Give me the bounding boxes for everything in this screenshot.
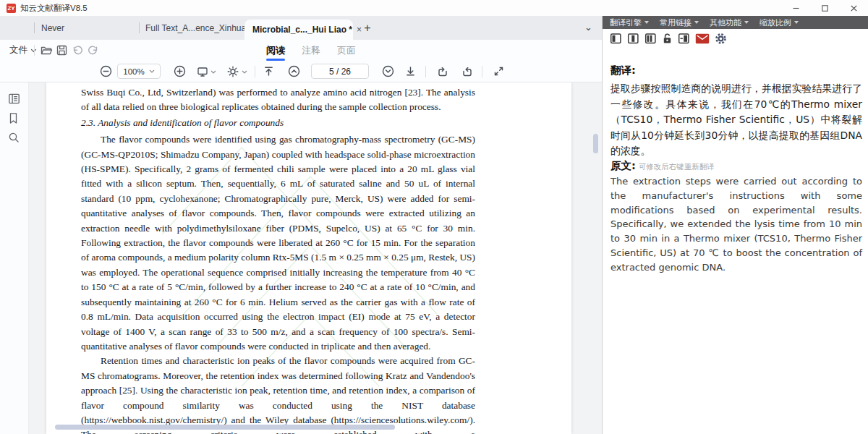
caret-down-icon bbox=[694, 21, 699, 24]
lock-button[interactable] bbox=[662, 33, 673, 45]
tab-bar: Never Full Text_A...ence_Xinhua Microbia… bbox=[0, 16, 602, 40]
layout-middle-button[interactable] bbox=[627, 33, 639, 45]
undo-button[interactable] bbox=[72, 45, 83, 55]
vertical-scrollbar-thumb[interactable] bbox=[593, 134, 598, 153]
page-view-mode-button[interactable] bbox=[197, 67, 208, 77]
previous-page-button[interactable] bbox=[288, 65, 300, 77]
arrow-to-bottom-icon bbox=[405, 66, 416, 77]
tab-label: Microbial_c..._Hui Liao * bbox=[252, 25, 352, 35]
settings-button[interactable] bbox=[715, 33, 727, 45]
original-label-text: 原文: bbox=[610, 160, 636, 171]
paragraph: The flavor compounds were identified usi… bbox=[81, 132, 475, 354]
redo-button[interactable] bbox=[88, 45, 98, 55]
app-logo-icon: ZY bbox=[7, 4, 16, 13]
chevron-down-icon bbox=[149, 69, 155, 73]
layout-horizontal-icon bbox=[678, 33, 690, 45]
tab-list-chevron-icon[interactable]: ⌄ bbox=[584, 22, 592, 33]
menu-other-functions[interactable]: 其他功能 bbox=[710, 17, 749, 28]
menu-common-links[interactable]: 常用链接 bbox=[660, 17, 699, 28]
minimize-button[interactable] bbox=[781, 0, 810, 16]
layout-left-icon bbox=[610, 33, 622, 45]
thumbnails-panel-button[interactable] bbox=[8, 93, 20, 105]
tab-label: Full Text_A...ence_Xinhua bbox=[145, 23, 246, 33]
file-menu-button[interactable]: 文件 bbox=[9, 44, 37, 56]
app-window: ZY 知云文献翻译V8.5 Never Full Text_A...ence_X… bbox=[0, 0, 868, 434]
original-label: 原文:可修改后右键重新翻译 bbox=[610, 159, 715, 173]
mail-icon bbox=[695, 33, 710, 44]
layout-split-icon bbox=[644, 33, 657, 45]
new-tab-button[interactable]: + bbox=[359, 20, 376, 37]
redo-icon bbox=[88, 45, 98, 55]
chevron-down-icon[interactable] bbox=[210, 70, 216, 74]
layout-horizontal-button[interactable] bbox=[678, 33, 690, 45]
zoom-level-dropdown[interactable]: 100% bbox=[117, 64, 161, 79]
caret-down-icon bbox=[794, 21, 799, 24]
window-controls bbox=[781, 0, 868, 16]
tab-microbial-active[interactable]: Microbial_c..._Hui Liao * × bbox=[244, 20, 353, 40]
tab-page[interactable]: 页面 bbox=[337, 40, 356, 61]
save-button[interactable] bbox=[56, 45, 67, 56]
zoom-level-value: 100% bbox=[123, 67, 144, 76]
panel-icon-toolbar bbox=[610, 33, 727, 45]
pdf-viewer: Swiss Buqi Co., Ltd, Switzerland) was pe… bbox=[0, 82, 602, 434]
close-button[interactable] bbox=[839, 0, 868, 16]
layout-split-button[interactable] bbox=[644, 33, 657, 45]
tab-label: Never bbox=[41, 23, 64, 33]
tab-read[interactable]: 阅读 bbox=[266, 40, 285, 61]
next-page-button[interactable] bbox=[382, 65, 394, 77]
layout-left-button[interactable] bbox=[610, 33, 622, 45]
search-panel-button[interactable] bbox=[8, 132, 20, 143]
last-page-button[interactable] bbox=[405, 66, 416, 77]
bookmarks-panel-button[interactable] bbox=[8, 112, 19, 124]
zoom-out-button[interactable] bbox=[100, 65, 112, 77]
viewer-sidebar bbox=[0, 82, 29, 434]
toolbar-separator bbox=[482, 66, 482, 77]
app-title: 知云文献翻译V8.5 bbox=[20, 3, 88, 14]
pdf-page-text: Swiss Buqi Co., Ltd, Switzerland) was pe… bbox=[81, 85, 475, 434]
rotate-right-button[interactable] bbox=[461, 66, 473, 77]
menu-translation-engine[interactable]: 翻译引擎 bbox=[610, 17, 649, 28]
chevron-down-circle-icon bbox=[382, 65, 394, 77]
brightness-button[interactable] bbox=[227, 66, 239, 77]
tab-annotate[interactable]: 注释 bbox=[302, 40, 320, 61]
translation-text: 提取步骤按照制造商的说明进行，并根据实验结果进行了一些修改。具体来说，我们在70… bbox=[610, 81, 862, 159]
view-mode-tabs: 阅读 注释 页面 bbox=[266, 40, 356, 61]
view-tab-label: 阅读 bbox=[266, 44, 285, 57]
original-text[interactable]: The extraction steps were carried out ac… bbox=[610, 174, 862, 275]
zoom-in-button[interactable] bbox=[174, 65, 186, 77]
caret-down-icon bbox=[644, 21, 649, 24]
paragraph: Retention times and characteristic ion p… bbox=[81, 354, 475, 434]
pdf-toolbar: 100% bbox=[0, 61, 602, 82]
horizontal-scrollbar-thumb[interactable] bbox=[55, 425, 395, 430]
first-page-button[interactable] bbox=[263, 66, 274, 77]
fullscreen-button[interactable] bbox=[493, 66, 504, 77]
file-menu-label: 文件 bbox=[9, 44, 27, 56]
menu-label: 缩放比例 bbox=[760, 17, 791, 28]
outline-panel-icon bbox=[8, 93, 20, 105]
page-number-input[interactable] bbox=[313, 66, 367, 77]
undo-icon bbox=[72, 45, 83, 55]
rotate-right-icon bbox=[461, 66, 473, 77]
layout-middle-icon bbox=[627, 33, 639, 45]
menu-label: 常用链接 bbox=[660, 17, 692, 28]
tab-fulltext[interactable]: Full Text_A...ence_Xinhua bbox=[145, 16, 246, 40]
search-icon bbox=[8, 132, 20, 143]
folder-open-icon bbox=[41, 45, 53, 56]
translation-panel: 翻译引擎 常用链接 其他功能 缩放比例 bbox=[602, 16, 868, 434]
rotate-left-button[interactable] bbox=[437, 66, 448, 77]
chevron-up-circle-icon bbox=[288, 65, 300, 77]
translation-label: 翻译: bbox=[610, 64, 636, 77]
toolbar-separator bbox=[255, 66, 255, 77]
tab-separator bbox=[34, 22, 35, 33]
lock-open-icon bbox=[662, 33, 673, 45]
open-file-button[interactable] bbox=[41, 45, 53, 56]
menu-label: 翻译引擎 bbox=[610, 17, 642, 28]
menu-zoom-ratio[interactable]: 缩放比例 bbox=[760, 17, 799, 28]
tab-never[interactable]: Never bbox=[41, 16, 64, 40]
feedback-mail-button[interactable] bbox=[695, 33, 710, 44]
arrow-to-top-icon bbox=[263, 66, 274, 77]
maximize-button[interactable] bbox=[810, 0, 839, 16]
main-toolbar: 文件 阅读 注释 页面 bbox=[0, 40, 602, 61]
expand-icon bbox=[493, 66, 504, 77]
chevron-down-icon[interactable] bbox=[242, 70, 247, 74]
